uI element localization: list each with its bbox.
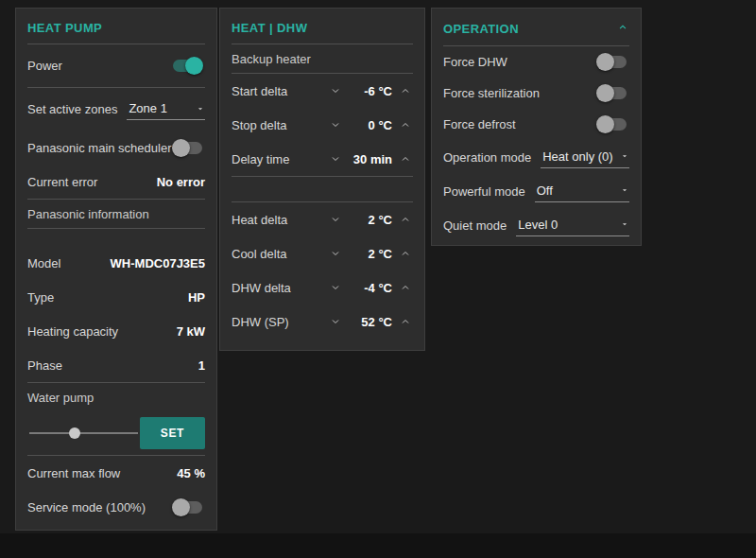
increment-button[interactable]	[398, 83, 413, 98]
start-delta-value: -6 °C	[347, 84, 392, 98]
active-zones-value: Zone 1	[129, 101, 166, 115]
increment-button[interactable]	[398, 212, 413, 227]
dhw-delta-value: -4 °C	[347, 281, 392, 295]
phase-row: Phase 1	[27, 348, 205, 382]
heat-delta-stepper: 2 °C	[328, 212, 413, 227]
heat-pump-card: HEAT PUMP Power Set active zones Zone 1 …	[15, 8, 217, 531]
decrement-button[interactable]	[328, 246, 343, 261]
operation-title: OPERATION	[443, 22, 519, 36]
scheduler-label: Panasonic main scheduler	[27, 141, 171, 155]
chevron-up-icon	[400, 153, 411, 165]
set-button[interactable]: SET	[140, 417, 205, 449]
service-mode-label: Service mode (100%)	[27, 500, 146, 514]
cool-delta-label: Cool delta	[232, 247, 287, 261]
model-value: WH-MDC07J3E5	[111, 256, 205, 270]
stop-delta-value: 0 °C	[347, 118, 392, 132]
quiet-mode-label: Quiet mode	[443, 218, 507, 233]
toggle-knob	[185, 57, 203, 75]
decrement-button[interactable]	[328, 314, 343, 329]
powerful-mode-label: Powerful mode	[443, 184, 525, 199]
heat-dhw-title: HEAT | DHW	[232, 12, 413, 44]
active-zones-label: Set active zones	[27, 102, 117, 116]
dropdown-caret-icon	[620, 151, 629, 161]
operation-mode-dropdown[interactable]: Heat only (0)	[541, 147, 629, 168]
water-pump-slider[interactable]	[27, 424, 140, 443]
increment-button[interactable]	[398, 246, 413, 261]
chevron-up-icon	[400, 248, 411, 259]
dhw-delta-row: DHW delta -4 °C	[232, 270, 413, 305]
active-zones-dropdown[interactable]: Zone 1	[127, 98, 205, 120]
operation-card: OPERATION Force DHW Force sterilization …	[431, 8, 642, 246]
dhw-sp-stepper: 52 °C	[328, 314, 413, 329]
chevron-down-icon	[330, 119, 341, 131]
chevron-up-icon	[400, 85, 411, 96]
toggle-knob	[596, 115, 614, 133]
type-value: HP	[188, 290, 205, 305]
current-max-flow-value: 45 %	[177, 466, 205, 480]
cool-delta-row: Cool delta 2 °C	[232, 236, 413, 270]
dropdown-caret-icon	[196, 104, 205, 113]
start-delta-row: Start delta -6 °C	[232, 74, 413, 108]
dhw-sp-row: DHW (SP) 52 °C	[232, 305, 413, 339]
panasonic-information-header: Panasonic information	[27, 200, 205, 228]
toggle-knob	[172, 139, 190, 157]
dhw-sp-label: DHW (SP)	[232, 315, 289, 329]
chevron-up-icon	[400, 282, 411, 293]
dhw-delta-stepper: -4 °C	[328, 280, 413, 295]
increment-button[interactable]	[398, 314, 413, 329]
force-defrost-label: Force defrost	[443, 117, 516, 131]
service-mode-toggle[interactable]	[173, 501, 202, 514]
stop-delta-row: Stop delta 0 °C	[232, 108, 413, 142]
force-sterilization-label: Force sterilization	[443, 86, 540, 100]
decrement-button[interactable]	[328, 280, 343, 295]
increment-button[interactable]	[398, 117, 413, 132]
powerful-mode-dropdown[interactable]: Off	[535, 181, 629, 202]
water-pump-slider-row: SET	[27, 411, 205, 455]
force-dhw-label: Force DHW	[443, 55, 507, 69]
chevron-down-icon	[330, 153, 341, 165]
slider-knob[interactable]	[69, 427, 80, 439]
power-toggle[interactable]	[173, 60, 202, 72]
dhw-delta-label: DHW delta	[232, 281, 291, 295]
force-dhw-toggle[interactable]	[597, 56, 627, 68]
decrement-button[interactable]	[328, 212, 343, 227]
heat-pump-title: HEAT PUMP	[27, 12, 205, 44]
heating-capacity-row: Heating capacity 7 kW	[27, 314, 205, 348]
powerful-mode-row: Powerful mode Off	[443, 174, 629, 208]
scheduler-toggle[interactable]	[173, 142, 202, 154]
toggle-knob	[596, 53, 614, 71]
decrement-button[interactable]	[328, 117, 343, 132]
chevron-down-icon	[330, 248, 341, 259]
heat-dhw-card: HEAT | DHW Backup heater Start delta -6 …	[219, 8, 425, 351]
toggle-knob	[172, 498, 190, 516]
decrement-button[interactable]	[328, 151, 343, 166]
phase-value: 1	[198, 358, 205, 373]
power-label: Power	[27, 59, 62, 73]
toggle-knob	[596, 84, 614, 102]
collapse-button[interactable]	[616, 21, 629, 37]
decrement-button[interactable]	[328, 83, 343, 98]
increment-button[interactable]	[398, 280, 413, 295]
powerful-mode-value: Off	[537, 183, 553, 198]
force-sterilization-toggle[interactable]	[597, 87, 627, 99]
heat-delta-row: Heat delta 2 °C	[232, 202, 413, 236]
quiet-mode-dropdown[interactable]: Level 0	[516, 215, 629, 236]
delay-time-value: 30 min	[347, 152, 392, 166]
stop-delta-label: Stop delta	[232, 118, 287, 132]
force-defrost-row: Force defrost	[443, 109, 629, 140]
dropdown-caret-icon	[620, 185, 629, 195]
increment-button[interactable]	[398, 151, 413, 166]
delay-time-stepper: 30 min	[328, 151, 413, 166]
current-error-label: Current error	[27, 175, 97, 189]
chevron-down-icon	[330, 282, 341, 293]
current-max-flow-row: Current max flow 45 %	[27, 456, 205, 490]
chevron-down-icon	[330, 85, 341, 96]
phase-label: Phase	[27, 358, 62, 373]
model-label: Model	[27, 256, 60, 270]
chevron-down-icon	[330, 214, 341, 225]
stop-delta-stepper: 0 °C	[328, 117, 413, 132]
force-defrost-toggle[interactable]	[597, 118, 627, 131]
type-label: Type	[27, 290, 54, 305]
page-background-strip	[0, 533, 756, 558]
active-zones-row: Set active zones Zone 1	[27, 88, 205, 131]
